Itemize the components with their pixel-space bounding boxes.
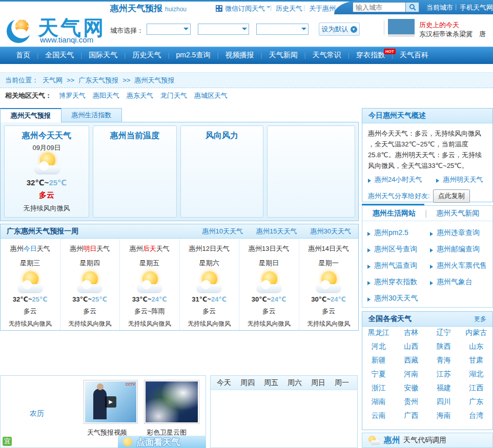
history-weather-link[interactable]: 历史天气: [276, 4, 302, 13]
day-column[interactable]: 惠州明日天气 星期四 33℃~25℃ 多云 无持续风向微风: [60, 239, 120, 330]
city-search-box: [353, 2, 419, 12]
current-city-link[interactable]: 当前城市: [426, 3, 453, 12]
breadcrumb-home-link[interactable]: 天气网: [43, 76, 63, 85]
code-city[interactable]: 惠州: [384, 435, 400, 446]
nav-item-news[interactable]: 天气新闻: [262, 51, 304, 60]
province-link[interactable]: 吉林: [395, 326, 428, 339]
province-link[interactable]: 贵州: [395, 395, 428, 409]
province-link[interactable]: 四川: [427, 395, 460, 409]
province-link[interactable]: 湖南: [362, 395, 395, 409]
province-link[interactable]: 台湾: [460, 409, 493, 422]
province-link[interactable]: 西藏: [395, 353, 428, 367]
set-default-button[interactable]: 设为默认▾: [319, 23, 360, 36]
site-url[interactable]: www.tianqi.com: [40, 35, 93, 44]
15day-link[interactable]: 惠州15天天气: [256, 227, 297, 236]
province-link[interactable]: 山东: [460, 339, 493, 353]
lunar-calendar-label[interactable]: 农历: [30, 409, 44, 418]
city-tomorrow-link[interactable]: 惠州明天天气: [436, 175, 483, 184]
life-link[interactable]: 惠州30天天气: [367, 294, 430, 303]
nav-item-international[interactable]: 国际天气: [82, 51, 124, 60]
10day-link[interactable]: 惠州10天天气: [202, 227, 243, 236]
province-link[interactable]: 山西: [395, 339, 428, 353]
30day-link[interactable]: 惠州30天天气: [311, 227, 351, 236]
province-link[interactable]: 内蒙古: [460, 326, 493, 339]
city-select-province[interactable]: [147, 24, 191, 35]
nav-item-history[interactable]: 历史天气: [126, 51, 168, 60]
nav-item-national[interactable]: 全国天气: [38, 51, 80, 60]
province-link[interactable]: 云南: [362, 409, 395, 422]
play-icon[interactable]: ▶: [105, 396, 116, 408]
life-link[interactable]: 惠州pm2.5: [367, 228, 430, 238]
life-link[interactable]: 惠州气象台: [430, 278, 487, 287]
nav-item-video[interactable]: 视频播报: [219, 51, 261, 60]
nav-item-encyclopedia[interactable]: 天气百科: [393, 51, 435, 60]
city-24h-link[interactable]: 惠州24小时天气: [368, 175, 422, 184]
city-select-district[interactable]: [256, 24, 309, 35]
related-area-link[interactable]: 惠东天气: [127, 91, 153, 100]
site-logo-icon[interactable]: [4, 16, 36, 46]
day-column[interactable]: 惠州今日天气 星期三 32℃~25℃ 多云 无持续风向微风: [1, 239, 60, 330]
nav-item-pm25[interactable]: pm2.5查询: [170, 51, 217, 60]
province-link[interactable]: 江苏: [427, 367, 460, 381]
province-link[interactable]: 安徽: [395, 381, 428, 395]
province-link[interactable]: 新疆: [362, 353, 395, 367]
search-button[interactable]: [405, 3, 419, 12]
life-link[interactable]: 惠州气温查询: [367, 261, 430, 270]
province-link[interactable]: 广西: [395, 409, 428, 422]
related-area-link[interactable]: 惠城区天气: [194, 91, 228, 100]
city-select-city[interactable]: [198, 24, 249, 35]
day-tab[interactable]: 周日: [311, 378, 325, 388]
mobile-site-link[interactable]: 手机天气网: [460, 3, 493, 12]
day-column[interactable]: 惠州13日天气 星期日 30℃~24℃ 多云 无持续风向微风: [239, 239, 299, 330]
more-link[interactable]: 更多: [474, 315, 486, 324]
tab-weather-forecast[interactable]: 惠州天气预报: [0, 108, 61, 122]
province-link[interactable]: 河北: [362, 339, 395, 353]
day-tab[interactable]: 周一: [335, 378, 349, 388]
tab-weather-news[interactable]: 惠州天气新闻: [436, 209, 479, 218]
day-column[interactable]: 惠州14日天气 星期一 30℃~24℃ 多云 无持续风向微风: [299, 239, 359, 330]
nav-item-knowledge[interactable]: 天气常识: [306, 51, 348, 60]
about-city-link[interactable]: 关于惠州: [309, 4, 336, 13]
province-link[interactable]: 福建: [427, 381, 460, 395]
tab-life-index[interactable]: 惠州生活指数: [61, 108, 122, 122]
province-link[interactable]: 陕西: [427, 339, 460, 353]
day-tab[interactable]: 周五: [264, 378, 278, 388]
wechat-subscribe-link[interactable]: 微信订阅天气: [225, 4, 271, 13]
day-column[interactable]: 惠州12日天气 星期六 31℃~24℃ 多云 无持续风向微风: [180, 239, 240, 330]
satellite-thumbnail[interactable]: [144, 380, 199, 424]
province-link[interactable]: 甘肃: [460, 353, 493, 367]
province-link[interactable]: 黑龙江: [362, 326, 395, 339]
province-link[interactable]: 河南: [395, 367, 428, 381]
copy-button[interactable]: 点此复制: [433, 189, 470, 203]
tab-life-sites[interactable]: 惠州生活网站: [373, 209, 416, 218]
life-link[interactable]: 惠州违章查询: [430, 228, 487, 238]
life-link[interactable]: 惠州火车票代售: [430, 261, 487, 270]
weather-banner[interactable]: 点面看天气: [118, 436, 206, 448]
province-link[interactable]: 广东: [460, 395, 493, 409]
history-today-item[interactable]: 东汉桓帝诛杀梁冀 唐: [419, 30, 486, 39]
related-area-link[interactable]: 惠阳天气: [93, 91, 119, 100]
city-search-input[interactable]: [353, 3, 405, 12]
day-tab-today[interactable]: 今天: [217, 378, 231, 388]
related-area-link[interactable]: 博罗天气: [59, 91, 86, 100]
province-link[interactable]: 青海: [427, 353, 460, 367]
day-tab[interactable]: 周四: [240, 378, 255, 388]
province-link[interactable]: 宁夏: [362, 367, 395, 381]
province-link[interactable]: 浙江: [362, 381, 395, 395]
related-area-link[interactable]: 龙门天气: [160, 91, 187, 100]
weather-video-thumbnail[interactable]: CCTV ▶: [84, 380, 138, 424]
day-tab[interactable]: 周六: [287, 378, 302, 388]
life-link[interactable]: 惠州穿衣指数: [367, 278, 430, 287]
province-link[interactable]: 湖北: [460, 367, 493, 381]
nav-item-dressing-index[interactable]: 穿衣指数HOT: [350, 51, 392, 60]
province-link[interactable]: 辽宁: [427, 326, 460, 339]
province-link[interactable]: 江西: [460, 381, 493, 395]
life-link[interactable]: 惠州邮编查询: [430, 245, 487, 254]
history-today-title[interactable]: 历史上的今天: [419, 20, 459, 30]
breadcrumb-province-link[interactable]: 广东天气预报: [78, 76, 118, 85]
nav-item-home[interactable]: 首页: [9, 51, 37, 60]
life-link[interactable]: 惠州区号查询: [367, 245, 430, 254]
day-column[interactable]: 惠州后天天气 星期五 33℃~24℃ 多云~阵雨 无持续风向微风: [120, 239, 180, 330]
province-link[interactable]: 海南: [427, 409, 460, 422]
history-today-thumbnail[interactable]: [388, 19, 415, 34]
